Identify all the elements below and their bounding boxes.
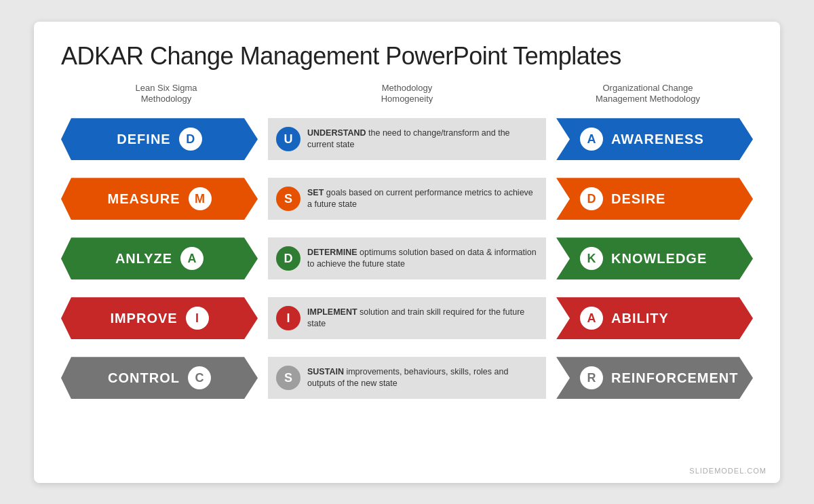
left-arrow-analyze: ANLYZE A	[61, 237, 258, 279]
right-circle-awareness: A	[580, 128, 603, 151]
mid-circle-control: S	[276, 366, 301, 390]
left-arrow-measure: MEASURE M	[61, 178, 258, 220]
row-control: CONTROL C S SUSTAIN improvements, behavi…	[61, 351, 753, 405]
mid-text-measure: SET goals based on current performance m…	[307, 187, 538, 211]
left-circle-define: D	[179, 128, 202, 151]
right-label-ability: ABILITY	[611, 311, 669, 326]
right-circle-knowledge: K	[580, 247, 603, 270]
row-improve: IMPROVE I I IMPLEMENT solution and train…	[61, 291, 753, 345]
right-circle-ability: A	[580, 307, 603, 330]
mid-text-define: UNDERSTAND the need to change/transform …	[307, 128, 538, 151]
rows-container: DEFINE D U UNDERSTAND the need to change…	[61, 112, 753, 405]
right-arrow-reinforcement: R REINFORCEMENT	[556, 357, 753, 399]
row-analyze: ANLYZE A D DETERMINE optimums solution b…	[61, 231, 753, 286]
right-label-awareness: AWARENESS	[611, 132, 704, 147]
right-label-knowledge: KNOWLEDGE	[611, 251, 707, 267]
col-header-mid: MethodologyHomogeneity	[271, 83, 543, 106]
row-measure: MEASURE M S SET goals based on current p…	[61, 172, 753, 226]
right-arrow-awareness: A AWARENESS	[556, 118, 753, 160]
mid-section-improve: I IMPLEMENT solution and train skill req…	[268, 297, 546, 339]
columns-header: Lean Six SigmaMethodology MethodologyHom…	[61, 83, 753, 106]
mid-section-define: U UNDERSTAND the need to change/transfor…	[268, 118, 546, 160]
main-title: ADKAR Change Management PowerPoint Templ…	[61, 42, 753, 71]
left-arrow-control: CONTROL C	[61, 357, 258, 399]
mid-section-control: S SUSTAIN improvements, behaviours, skil…	[268, 357, 546, 399]
mid-text-improve: IMPLEMENT solution and train skill requi…	[307, 307, 538, 330]
right-arrow-ability: A ABILITY	[556, 297, 753, 339]
right-circle-desire: D	[580, 187, 603, 210]
mid-text-analyze: DETERMINE optimums solution based on dat…	[307, 247, 538, 271]
left-arrow-improve: IMPROVE I	[61, 297, 258, 339]
row-define: DEFINE D U UNDERSTAND the need to change…	[61, 112, 753, 166]
right-arrow-desire: D DESIRE	[556, 178, 753, 220]
left-circle-analyze: A	[180, 247, 204, 270]
watermark: SLIDEMODEL.COM	[689, 467, 767, 475]
right-arrow-knowledge: K KNOWLEDGE	[556, 237, 753, 279]
left-circle-control: C	[188, 366, 211, 389]
left-label-analyze: ANLYZE	[115, 251, 172, 267]
mid-circle-analyze: D	[276, 246, 301, 271]
mid-text-control: SUSTAIN improvements, behaviours, skills…	[307, 366, 538, 390]
mid-circle-define: U	[276, 127, 301, 151]
mid-circle-measure: S	[276, 187, 301, 211]
left-label-control: CONTROL	[108, 370, 180, 386]
mid-section-measure: S SET goals based on current performance…	[268, 178, 546, 220]
left-arrow-define: DEFINE D	[61, 118, 258, 160]
right-circle-reinforcement: R	[580, 366, 603, 389]
col-header-right: Organizational ChangeManagement Methodol…	[543, 83, 753, 106]
right-label-desire: DESIRE	[611, 191, 665, 207]
slide: ADKAR Change Management PowerPoint Templ…	[34, 22, 780, 483]
mid-section-analyze: D DETERMINE optimums solution based on d…	[268, 237, 546, 279]
left-label-improve: IMPROVE	[110, 311, 177, 326]
left-circle-improve: I	[186, 307, 209, 330]
mid-circle-improve: I	[276, 306, 301, 330]
left-circle-measure: M	[189, 187, 212, 210]
left-label-define: DEFINE	[117, 132, 170, 147]
left-label-measure: MEASURE	[107, 191, 180, 207]
col-header-left: Lean Six SigmaMethodology	[61, 83, 271, 106]
right-label-reinforcement: REINFORCEMENT	[611, 370, 738, 386]
